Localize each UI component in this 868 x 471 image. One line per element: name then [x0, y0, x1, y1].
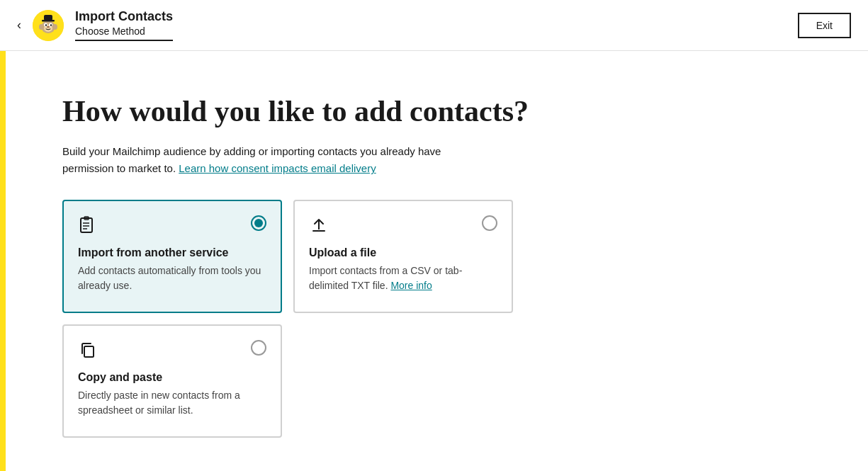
- radio-upload[interactable]: [482, 215, 497, 231]
- svg-point-5: [45, 24, 47, 25]
- header-left: ‹ Imp: [17, 9, 173, 40]
- card-top-upload: [309, 215, 497, 235]
- header-title: Import Contacts: [75, 9, 173, 25]
- svg-point-8: [53, 24, 57, 30]
- svg-rect-19: [84, 346, 94, 357]
- mailchimp-logo: [33, 10, 64, 41]
- learn-link[interactable]: Learn how consent impacts email delivery: [179, 162, 376, 174]
- svg-rect-12: [81, 218, 92, 232]
- service-icon: [78, 215, 98, 235]
- options-grid: Import from another service Add contacts…: [62, 200, 811, 438]
- page-heading: How would you like to add contacts?: [62, 93, 811, 129]
- card-desc-upload: Import contacts from a CSV or tab-delimi…: [309, 263, 497, 293]
- content-wrapper: How would you like to add contacts? Buil…: [0, 51, 868, 471]
- card-label-copy: Copy and paste: [78, 371, 266, 384]
- yellow-accent-bar: [0, 51, 6, 471]
- option-card-copy[interactable]: Copy and paste Directly paste in new con…: [62, 324, 282, 438]
- option-card-upload[interactable]: Upload a file Import contacts from a CSV…: [293, 200, 513, 313]
- header-text: Import Contacts Choose Method: [75, 9, 173, 40]
- card-desc-service: Add contacts automatically from tools yo…: [78, 263, 266, 293]
- radio-service-inner: [254, 219, 263, 227]
- card-label-service: Import from another service: [78, 246, 266, 259]
- main-content: How would you like to add contacts? Buil…: [6, 51, 868, 471]
- card-top-copy: [78, 340, 266, 360]
- svg-point-7: [39, 24, 43, 30]
- header: ‹ Imp: [0, 0, 868, 51]
- svg-rect-10: [44, 15, 52, 21]
- option-card-service[interactable]: Import from another service Add contacts…: [62, 200, 282, 313]
- upload-desc-text: Import contacts from a CSV or tab-delimi…: [309, 265, 462, 291]
- radio-copy[interactable]: [251, 340, 266, 356]
- svg-point-11: [47, 25, 50, 27]
- card-desc-copy: Directly paste in new contacts from a sp…: [78, 388, 266, 418]
- page-description: Build your Mailchimp audience by adding …: [62, 143, 487, 177]
- exit-button[interactable]: Exit: [798, 13, 851, 38]
- upload-icon: [309, 215, 329, 235]
- back-button[interactable]: ‹: [17, 18, 21, 33]
- copy-icon: [78, 340, 98, 360]
- radio-service[interactable]: [251, 215, 266, 231]
- more-info-link[interactable]: More info: [390, 280, 432, 291]
- svg-point-6: [50, 24, 52, 25]
- card-top-service: [78, 215, 266, 235]
- header-subtitle: Choose Method: [75, 25, 173, 41]
- card-label-upload: Upload a file: [309, 246, 497, 259]
